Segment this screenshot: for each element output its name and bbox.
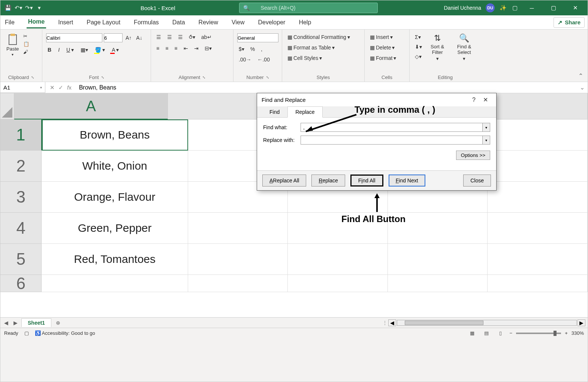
qat-dropdown-icon[interactable]: ▾ (36, 4, 43, 12)
cell[interactable] (488, 275, 588, 292)
cell[interactable] (488, 182, 588, 213)
increase-decimal-icon[interactable]: .00→ (237, 56, 253, 63)
cell[interactable] (288, 275, 388, 292)
increase-indent-icon[interactable]: ⇥ (193, 45, 200, 52)
cell[interactable] (488, 244, 588, 275)
clear-icon[interactable]: ◇▾ (413, 53, 423, 60)
fx-icon[interactable]: fx (67, 84, 72, 91)
cell[interactable]: White, Onion (42, 151, 188, 182)
avatar[interactable]: DU (486, 3, 495, 12)
bold-button[interactable]: B (46, 46, 53, 54)
column-header[interactable]: A (14, 93, 168, 119)
collapse-ribbon-icon[interactable]: ⌃ (574, 30, 588, 82)
close-button[interactable]: Close (463, 175, 491, 187)
tab-help[interactable]: Help (297, 17, 313, 28)
cell[interactable] (388, 244, 488, 275)
cut-icon[interactable]: ✂ (23, 33, 29, 39)
cell-styles-button[interactable]: ▦ Cell Styles ▾ (286, 54, 323, 62)
row-header[interactable]: 1 (0, 119, 42, 151)
align-top-icon[interactable]: ☰ (155, 33, 163, 41)
name-box[interactable]: A1▾ (0, 82, 45, 93)
increase-font-icon[interactable]: A↑ (124, 34, 133, 42)
align-right-icon[interactable]: ≡ (173, 45, 179, 52)
comma-icon[interactable]: , (259, 45, 264, 53)
search-box[interactable]: 🔍 Search (Alt+Q) (239, 3, 378, 13)
expand-formula-bar-icon[interactable]: ⌄ (577, 84, 588, 91)
hscrollbar[interactable] (397, 320, 577, 326)
cell[interactable] (488, 119, 588, 151)
find-select-button[interactable]: 🔍 Find & Select▾ (451, 32, 477, 63)
conditional-formatting-button[interactable]: ▦ Conditional Formatting ▾ (286, 33, 352, 41)
chevron-down-icon[interactable]: ▾ (482, 136, 490, 144)
align-center-icon[interactable]: ≡ (164, 45, 170, 52)
options-button[interactable]: Options >> (456, 151, 490, 160)
cell[interactable] (288, 213, 388, 244)
align-left-icon[interactable]: ≡ (155, 45, 161, 52)
formula-input[interactable]: Brown, Beans (76, 84, 577, 91)
decrease-font-icon[interactable]: A↓ (135, 34, 144, 42)
share-button[interactable]: ↗Share (554, 17, 585, 28)
find-next-button[interactable]: Find NextFind Next (389, 175, 425, 187)
find-all-button[interactable]: Find AllFind All (350, 175, 383, 187)
select-all-button[interactable] (0, 93, 14, 119)
row-header[interactable]: 5 (0, 244, 42, 275)
cell[interactable] (488, 213, 588, 244)
redo-icon[interactable]: ↷▾ (25, 4, 33, 12)
cell[interactable] (288, 244, 388, 275)
close-icon[interactable]: ✕ (567, 0, 584, 15)
decrease-decimal-icon[interactable]: ←.00 (256, 56, 271, 63)
font-size-combo[interactable] (104, 33, 123, 42)
scroll-split-icon[interactable]: ⋮ (382, 320, 388, 326)
cell[interactable] (188, 213, 288, 244)
cell[interactable] (388, 213, 488, 244)
insert-cells-button[interactable]: ▦ Insert ▾ (368, 33, 394, 41)
tab-developer[interactable]: Developer (256, 17, 287, 28)
cell[interactable] (488, 151, 588, 182)
cancel-formula-icon[interactable]: ✕ (50, 84, 55, 91)
dialog-launcher-icon[interactable]: ⤡ (202, 75, 205, 79)
minimize-icon[interactable]: ─ (523, 0, 540, 15)
page-break-view-icon[interactable]: ▯ (495, 330, 506, 337)
tab-home[interactable]: Home (27, 16, 46, 28)
row-header[interactable]: 4 (0, 213, 42, 244)
font-name-combo[interactable] (46, 33, 102, 42)
enter-formula-icon[interactable]: ✓ (58, 84, 63, 91)
replace-all-button[interactable]: AReplace AllReplace All (262, 175, 306, 187)
sort-filter-button[interactable]: ⇅ Sort & Filter▾ (426, 32, 449, 63)
cell[interactable] (188, 244, 288, 275)
zoom-out-icon[interactable]: − (510, 330, 513, 336)
paste-button[interactable]: Paste▾ (4, 32, 21, 58)
user-name[interactable]: Daniel Uchenna (444, 5, 481, 11)
decrease-indent-icon[interactable]: ⇤ (182, 45, 190, 52)
scroll-left-icon[interactable]: ◀ (388, 319, 396, 326)
tab-replace[interactable]: Replace (287, 106, 322, 118)
row-header[interactable]: 6 (0, 275, 42, 292)
cell[interactable]: Orange, Flavour (42, 182, 188, 213)
fill-color-icon[interactable]: 🪣▾ (93, 46, 106, 54)
tab-formulas[interactable]: Formulas (132, 17, 160, 28)
zoom-slider[interactable] (516, 333, 561, 334)
scroll-right-icon[interactable]: ▶ (578, 319, 585, 326)
cell[interactable]: Green, Pepper (42, 213, 188, 244)
sheet-nav-prev-icon[interactable]: ◀ (3, 320, 10, 326)
align-middle-icon[interactable]: ☰ (166, 33, 174, 41)
italic-button[interactable]: I (57, 46, 61, 54)
tab-find[interactable]: Find (262, 106, 287, 118)
ribbon-mode-icon[interactable]: ▢ (511, 4, 519, 12)
coming-soon-icon[interactable]: ✨ (499, 4, 507, 12)
tab-view[interactable]: View (230, 17, 246, 28)
copy-icon[interactable]: 📋 (23, 41, 29, 47)
cell[interactable]: Red, Tomantoes (42, 244, 188, 275)
currency-icon[interactable]: $▾ (237, 45, 246, 53)
column-header[interactable] (483, 93, 588, 119)
underline-button[interactable]: U▾ (65, 46, 75, 54)
sheet-nav-next-icon[interactable]: ▶ (12, 320, 19, 326)
cell[interactable] (388, 275, 488, 292)
save-icon[interactable]: 💾 (4, 4, 12, 12)
merge-icon[interactable]: ⊟▾ (203, 45, 213, 52)
fill-icon[interactable]: ⬇▾ (413, 43, 423, 51)
tab-review[interactable]: Review (197, 17, 220, 28)
tab-insert[interactable]: Insert (57, 17, 75, 28)
dialog-close-icon[interactable]: ✕ (479, 96, 492, 103)
chevron-down-icon[interactable]: ▾ (482, 123, 490, 131)
